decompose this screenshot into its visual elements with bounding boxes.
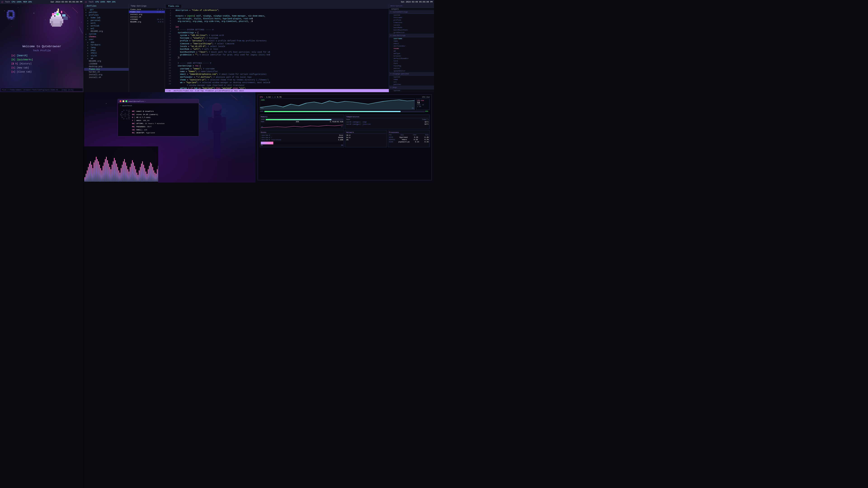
outline-email[interactable]: email — [389, 42, 434, 45]
outline-name[interactable]: name — [389, 40, 434, 42]
tree-item-install-org[interactable]: install.org — [84, 73, 129, 76]
outline-np-system[interactable]: system — [389, 76, 434, 78]
distrofetch-max-btn[interactable] — [125, 100, 127, 102]
tree-item-profiles[interactable]: ▾ profiles — [84, 14, 129, 17]
file-row-install-org[interactable]: install.org — [129, 13, 165, 15]
tree-item-homelab[interactable]: ▸ home lab — [84, 17, 129, 19]
file-row-install-sh[interactable]: install.sh — [129, 15, 165, 18]
qute-link-closetab[interactable]: [x] [Close tab] — [11, 70, 33, 74]
outline-panel: description outputs ▾ systemSettings sys… — [389, 4, 434, 92]
outline-profile[interactable]: profile — [389, 19, 434, 21]
viz-bar-43 — [133, 162, 134, 182]
editor-lang: Nix — [235, 90, 238, 92]
viz-bar-53 — [145, 168, 145, 182]
outline-system[interactable]: system — [389, 14, 434, 16]
tree-item-readme-profiles[interactable]: README.org — [84, 30, 129, 33]
tree-item-patches[interactable]: ▸ patches — [84, 11, 129, 14]
viz-bar-57 — [149, 166, 150, 182]
tree-item-hardware[interactable]: ▸ hardware — [84, 43, 129, 46]
tree-item-desktop-png[interactable]: desktop.png — [84, 65, 129, 68]
outline-spawneditor[interactable]: spawnEditor — [389, 70, 434, 72]
file-row-flake-lock[interactable]: flake.lock27.5 K — [129, 8, 165, 11]
proc-row-3: 5150 pipewire-pu 0.15 0.1% — [389, 141, 429, 143]
outline-username[interactable]: username — [389, 37, 434, 40]
outline-dotfilesdir[interactable]: dotfilesDir — [389, 45, 434, 47]
outline-pkgs-system[interactable]: system — [389, 89, 434, 92]
outline-grub[interactable]: grubDevice — [389, 31, 434, 34]
outline-np-name[interactable]: name — [389, 78, 434, 80]
outline-bootmount[interactable]: bootMountPath — [389, 29, 434, 31]
outline-font[interactable]: font — [389, 62, 434, 65]
qute-link-search[interactable]: [o] [Search] — [11, 54, 33, 58]
tree-item-license[interactable]: LICENSE — [84, 63, 129, 65]
outline-outputs[interactable]: outputs — [389, 8, 434, 10]
viz-bar-19 — [106, 157, 107, 182]
outline-editor[interactable]: editor — [389, 67, 434, 70]
svg-rect-23 — [52, 13, 54, 15]
editor-tab-flake-nix[interactable]: flake.nix — [166, 5, 182, 8]
tree-item-readme-root[interactable]: README.org — [84, 60, 129, 63]
tree-item-git[interactable]: ▸ .git — [84, 8, 129, 11]
tree-item-style[interactable]: ▸ style — [84, 55, 129, 57]
viz-bar-13 — [99, 165, 100, 182]
tree-item-app[interactable]: ▸ app — [84, 41, 129, 43]
outline-hostname[interactable]: hostname — [389, 16, 434, 19]
file-row-flake-nix[interactable]: flake.nix2.26 K — [129, 11, 165, 13]
outline-np-src[interactable]: src — [389, 80, 434, 83]
outline-locale[interactable]: locale — [389, 24, 434, 26]
code-area[interactable]: 1234567891011121314151617181920212223242… — [165, 8, 389, 89]
outline-wmtype[interactable]: wmType — [389, 52, 434, 55]
outline-bootmode[interactable]: bootMode — [389, 26, 434, 29]
memory-values: RAM: 95% 5.7GiB/02.0iB — [261, 121, 343, 123]
cpu-bars-area: 100% 60s 0% CPU Use 11 AVG: 13 ⊘ 0% — [260, 98, 430, 110]
tree-item-lang[interactable]: ▸ lang — [84, 46, 129, 49]
file-row-readme[interactable]: README.org4.8 K — [129, 21, 165, 23]
tree-item-wm[interactable]: ▸ wm — [84, 57, 129, 60]
outline-np-patches[interactable]: patches — [389, 83, 434, 86]
editor-pos: 3:10 Top — [195, 90, 204, 92]
viz-bar-14 — [100, 168, 101, 182]
right-ws-tag: ⬡ — [85, 1, 87, 3]
tree-item-install-sh[interactable]: install.sh — [84, 76, 129, 79]
tree-item-themes[interactable]: ▸ themes — [84, 35, 129, 38]
temp-row-2: card0 (amdgpu): junction 58°C — [346, 123, 429, 125]
outline-wm[interactable]: wm — [389, 50, 434, 52]
code-editor[interactable]: flake.nix 123456789101112131415161718192… — [165, 4, 389, 92]
svg-rect-37 — [208, 117, 213, 131]
outline-section-pkgs: ▾ pkgs — [389, 86, 434, 89]
viz-bar-11 — [97, 159, 98, 182]
file-row-license[interactable]: LICENSE34.2 K — [129, 18, 165, 21]
tree-item-flake-nix[interactable]: flake.nix — [84, 68, 129, 71]
outline-timezone[interactable]: timezone — [389, 21, 434, 24]
viz-bar-10 — [96, 157, 96, 182]
tree-item-shell[interactable]: ▸ shell — [84, 52, 129, 55]
viz-bar-29 — [117, 167, 118, 182]
tree-item-wsl[interactable]: ▸ wsl — [84, 27, 129, 30]
outline-fontpkg[interactable]: fontPkg — [389, 65, 434, 67]
tree-item-personal[interactable]: ▸ personal — [84, 19, 129, 22]
outline-defaultroam[interactable]: defaultRoamDir — [389, 57, 434, 60]
viz-bar-60 — [152, 167, 153, 182]
distrofetch-titlebar: emmet@snowfire:~ — [118, 99, 199, 103]
viz-bar-61 — [153, 170, 154, 182]
tree-item-harden-sh[interactable]: harden.sh — [84, 71, 129, 73]
qute-link-quickmarks[interactable]: [b] [Quickmarks] — [11, 58, 33, 62]
tree-item-worklab[interactable]: ▸ worklab — [84, 25, 129, 27]
distrofetch-min-btn[interactable] — [123, 100, 124, 102]
code-content[interactable]: description = "Flake of LibrePhoenix"; o… — [172, 8, 389, 89]
disks-card: Disks /dev/dm-0Size /dev/dm-0 / 364GB /d… — [260, 130, 344, 147]
memory-bar-wrap: 100% — [261, 119, 343, 121]
tree-item-system[interactable]: ▸ system — [84, 33, 129, 35]
qute-link-newtab[interactable]: [t] [New tab] — [11, 66, 33, 70]
outline-term[interactable]: term — [389, 60, 434, 62]
tree-item-user[interactable]: ▾ user — [84, 38, 129, 41]
outline-browser[interactable]: browser — [389, 55, 434, 57]
outline-theme[interactable]: theme — [389, 47, 434, 50]
viz-bar-24 — [112, 165, 112, 182]
qute-link-history[interactable]: [$ h] [History] — [11, 62, 33, 66]
tree-item-pkgs[interactable]: ▸ pkgs — [84, 49, 129, 52]
tree-item-work[interactable]: ▸ work — [84, 22, 129, 25]
net-row-3: 0% — [346, 139, 386, 141]
disk-bar-labels: 0%0% — [261, 144, 343, 146]
distrofetch-close-btn[interactable] — [120, 100, 121, 102]
